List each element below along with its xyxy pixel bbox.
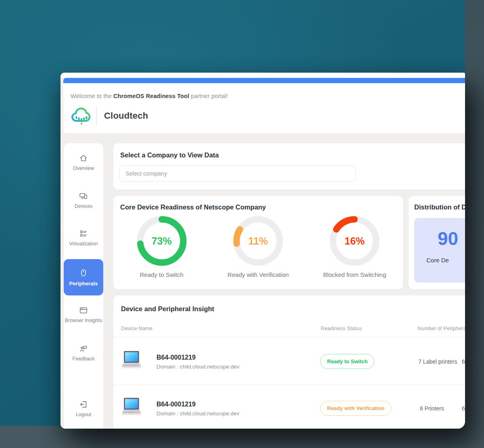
- donut-percent: 73%: [137, 216, 187, 266]
- distribution-caption: Core De: [426, 257, 449, 264]
- browser-icon: [79, 306, 88, 315]
- column-header-readiness-status: Readiness Status: [321, 325, 362, 331]
- peripheral-count: 8 Printers: [420, 405, 444, 412]
- devices-icon: [79, 192, 88, 201]
- sidebar-item-logout[interactable]: Logout: [64, 400, 103, 417]
- header: Welcome to the ChromeOS Readiness Tool p…: [63, 83, 465, 133]
- brand-row: Cloudtech: [71, 103, 148, 128]
- row-divider: [113, 384, 465, 385]
- home-icon: [79, 154, 88, 163]
- distribution-stat-box: 90 Core De: [414, 218, 465, 283]
- sidebar-item-devices[interactable]: Devices: [64, 192, 103, 209]
- peripheral-extra-count: 6: [462, 358, 465, 365]
- donut-label: Ready to Switch: [140, 271, 183, 278]
- company-select-card: Select a Company to View Data: [113, 143, 465, 190]
- distribution-number: 90: [438, 228, 458, 249]
- donut-label: Blocked from Switching: [323, 271, 386, 278]
- peripheral-extra-count: 6: [462, 405, 465, 412]
- distribution-card: Distribution of Dev 90 Core De: [409, 196, 465, 289]
- status-badge: Ready to Switch: [320, 354, 374, 369]
- brand-name: Cloudtech: [104, 111, 148, 121]
- sidebar-item-browser-insights[interactable]: Browser Insights: [64, 306, 103, 323]
- company-select-input[interactable]: [119, 165, 356, 182]
- column-header-device-name: Device Name: [121, 325, 152, 331]
- sidebar-item-virtualization[interactable]: Virtualization: [64, 229, 103, 247]
- donut-ready-with-verification: 11% Ready with Verification: [210, 216, 306, 278]
- device-domain: Domain : child.cloud.netscope.dev: [156, 364, 240, 370]
- readiness-title: Core Device Readiness of Netscope Compan…: [120, 203, 266, 211]
- mouse-icon: [79, 268, 88, 277]
- device-domain: Domain : child.cloud.netscope.dev: [156, 410, 240, 417]
- device-name: B64-0001219: [156, 401, 196, 408]
- readiness-card: Core Device Readiness of Netscope Compan…: [113, 196, 403, 289]
- donut-percent: 16%: [330, 216, 380, 266]
- app-window: Welcome to the ChromeOS Readiness Tool p…: [60, 73, 465, 429]
- donut-blocked-from-switching: 16% Blocked from Switching: [307, 216, 403, 278]
- feedback-icon: [79, 344, 88, 353]
- insight-title: Device and Peripheral Insight: [121, 305, 214, 313]
- accent-bar: [63, 78, 465, 83]
- window-top-strip: [60, 73, 465, 78]
- laptop-icon: [120, 349, 143, 371]
- donut-row: 73% Ready to Switch 11% Ready with Verif…: [113, 216, 403, 278]
- laptop-icon: [120, 396, 143, 418]
- status-badge: Ready with Verification: [320, 401, 391, 416]
- brand-divider: [96, 106, 97, 126]
- virtualization-icon: [79, 229, 88, 238]
- insight-card: Device and Peripheral Insight Device Nam…: [113, 295, 465, 429]
- peripheral-count: 7 Label printers: [418, 358, 457, 365]
- header-divider: [113, 337, 465, 337]
- company-select-title: Select a Company to View Data: [120, 151, 219, 159]
- donut-percent: 11%: [233, 216, 283, 266]
- sidebar-item-peripherals[interactable]: Peripherals: [64, 259, 103, 295]
- cloudtech-logo-icon: [71, 106, 91, 126]
- sidebar-item-overview[interactable]: Overview: [64, 154, 103, 171]
- welcome-text: Welcome to the ChromeOS Readiness Tool p…: [71, 93, 228, 99]
- distribution-title: Distribution of Dev: [414, 203, 465, 211]
- donut-label: Ready with Verification: [227, 271, 289, 278]
- logout-icon: [79, 400, 88, 409]
- sidebar-item-feedback[interactable]: Feedback: [64, 344, 103, 362]
- sidebar: Overview Devices Virtualization Peripher…: [64, 143, 103, 429]
- donut-ready-to-switch: 73% Ready to Switch: [113, 216, 210, 278]
- column-header-peripheral-count: Number of Peripheral D: [417, 325, 465, 331]
- device-name: B64-0001219: [156, 354, 196, 361]
